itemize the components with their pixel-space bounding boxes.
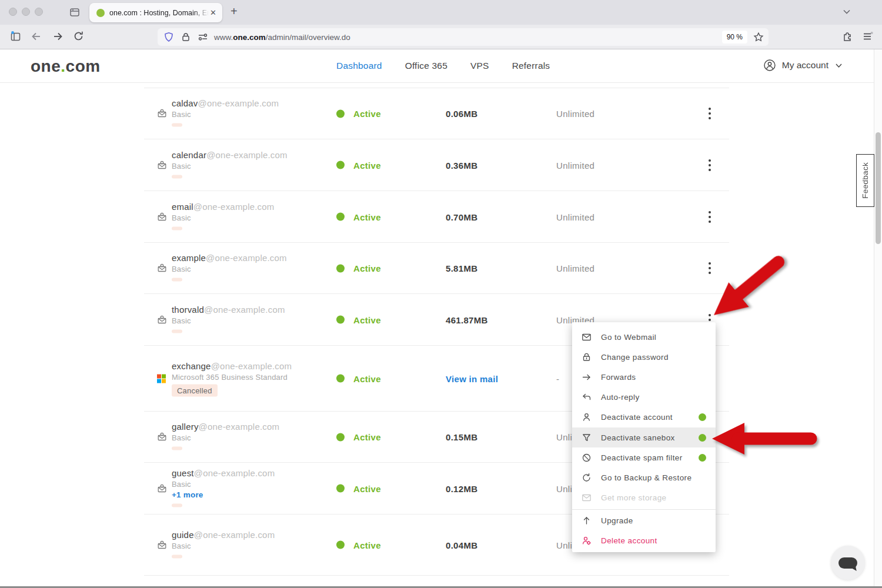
- scrollbar-thumb[interactable]: [876, 132, 881, 244]
- account-plan: Basic: [172, 541, 275, 550]
- menu-item-forwards[interactable]: Forwards: [572, 367, 716, 387]
- usage-size: 0.15MB: [446, 432, 477, 442]
- menu-item-deactivate-spam-filter[interactable]: Deactivate spam filter: [572, 447, 716, 467]
- cancelled-badge: [172, 554, 182, 558]
- account-plan: Basic: [172, 110, 279, 119]
- reload-button[interactable]: [73, 31, 84, 42]
- account-name: email: [172, 201, 193, 211]
- account-plan: Basic: [172, 479, 275, 488]
- browser-tab[interactable]: one.com : Hosting, Domain, Ema ✕: [89, 3, 222, 22]
- account-plan: Basic: [172, 265, 287, 273]
- browser-tab-bar: one.com : Hosting, Domain, Ema ✕ +: [0, 0, 882, 25]
- browser-chrome: one.com : Hosting, Domain, Ema ✕ +: [0, 0, 882, 49]
- nav-item-referrals[interactable]: Referrals: [512, 61, 550, 71]
- feedback-tab[interactable]: Feedback: [856, 154, 874, 207]
- nav-item-vps[interactable]: VPS: [470, 61, 489, 71]
- cancelled-badge: [172, 278, 182, 282]
- menu-item-change-password[interactable]: Change password: [572, 347, 716, 367]
- account-name: thorvald: [172, 304, 204, 314]
- account-cell: example@one-example.com Basic: [172, 253, 287, 284]
- app-menu-icon[interactable]: [862, 31, 874, 42]
- window-zoom-button[interactable]: [35, 8, 43, 16]
- extensions-puzzle-icon[interactable]: [842, 31, 853, 42]
- menu-item-upgrade[interactable]: Upgrade: [572, 511, 716, 531]
- account-plan: Basic: [172, 213, 275, 222]
- reply-icon: [582, 392, 592, 402]
- more-link[interactable]: +1 more: [172, 490, 275, 499]
- account-name: example: [172, 253, 206, 263]
- one-com-logo[interactable]: one.com: [31, 57, 101, 76]
- menu-item-go-to-backup-restore[interactable]: Go to Backup & Restore: [572, 467, 716, 487]
- scrollbar-track[interactable]: [874, 49, 882, 588]
- status-cell: Active: [336, 432, 381, 442]
- usage-size: 0.06MB: [446, 109, 477, 119]
- menu-item-go-to-webmail[interactable]: Go to Webmail: [572, 327, 716, 347]
- account-domain: @one-example.com: [198, 98, 279, 108]
- menu-item-auto-reply[interactable]: Auto-reply: [572, 387, 716, 407]
- window-close-button[interactable]: [9, 8, 17, 16]
- mailbox-icon: [157, 263, 167, 273]
- usage-size: 0.36MB: [446, 160, 477, 170]
- browser-toolbar: www.one.com/admin/mail/overview.do 90 %: [0, 25, 882, 49]
- tabs-dropdown-icon[interactable]: [842, 7, 851, 16]
- shield-icon[interactable]: [163, 32, 174, 42]
- menu-item-delete-account[interactable]: Delete account: [572, 531, 716, 551]
- quota-value: Unlimited: [556, 160, 594, 170]
- my-account-button[interactable]: My account: [763, 59, 843, 72]
- row-menu-button[interactable]: [706, 261, 714, 275]
- status-cell: Active: [336, 483, 381, 493]
- new-tab-button[interactable]: +: [230, 5, 238, 18]
- tab-manager-icon[interactable]: [69, 6, 81, 18]
- firefox-view-icon[interactable]: [9, 31, 22, 43]
- status-cell: Active: [336, 373, 381, 383]
- tab-close-icon[interactable]: ✕: [209, 8, 218, 17]
- account-name: guide: [172, 529, 194, 539]
- url-bar[interactable]: www.one.com/admin/mail/overview.do 90 %: [158, 28, 769, 46]
- tab-title: one.com : Hosting, Domain, Ema: [109, 9, 209, 17]
- usage-size: 0.12MB: [446, 483, 477, 493]
- nav-item-office-365[interactable]: Office 365: [405, 61, 447, 71]
- row-menu-button[interactable]: [706, 158, 714, 172]
- permissions-icon[interactable]: [198, 32, 208, 42]
- status-label: Active: [353, 212, 381, 222]
- zoom-level-badge[interactable]: 90 %: [722, 31, 747, 44]
- row-menu-button[interactable]: [706, 106, 714, 121]
- chat-widget-button[interactable]: [831, 546, 865, 580]
- account-cell: caldav@one-example.com Basic: [172, 98, 279, 129]
- row-menu-button[interactable]: [706, 210, 714, 224]
- microsoft-365-icon: [157, 374, 166, 383]
- view-in-mail-link[interactable]: View in mail: [446, 373, 498, 383]
- menu-item-label: Delete account: [601, 536, 657, 545]
- menu-item-deactivate-sanebox[interactable]: Deactivate sanebox: [572, 427, 716, 447]
- menu-item-deactivate-account[interactable]: Deactivate account: [572, 407, 716, 427]
- menu-item-label: Deactivate spam filter: [601, 453, 683, 462]
- mailbox-icon: [157, 109, 167, 119]
- forward-button[interactable]: [52, 31, 64, 42]
- status-label: Active: [353, 373, 381, 383]
- back-button[interactable]: [31, 31, 42, 42]
- nav-item-dashboard[interactable]: Dashboard: [336, 61, 382, 71]
- window-minimize-button[interactable]: [22, 8, 30, 16]
- status-label: Active: [353, 263, 381, 273]
- funnel-icon: [582, 433, 592, 443]
- mail-icon: [582, 332, 592, 342]
- site-header: one.com DashboardOffice 365VPSReferrals …: [0, 49, 882, 83]
- menu-item-get-more-storage: Get more storage: [572, 488, 716, 508]
- status-dot-icon: [336, 541, 345, 549]
- lock-icon: [582, 352, 592, 362]
- cancelled-badge: [172, 175, 182, 178]
- feature-active-dot: [699, 434, 706, 442]
- lock-icon[interactable]: [181, 32, 191, 42]
- menu-item-label: Upgrade: [601, 516, 633, 525]
- account-domain: @one-example.com: [193, 201, 275, 211]
- feature-active-dot: [699, 413, 706, 421]
- account-domain: @one-example.com: [206, 253, 287, 263]
- account-domain: @one-example.com: [199, 422, 280, 432]
- account-name: guest: [172, 467, 194, 477]
- status-label: Active: [353, 540, 381, 550]
- table-row-calendar: calendar@one-example.com Basic Active 0.…: [144, 139, 729, 191]
- account-cell: guide@one-example.com Basic: [172, 529, 275, 560]
- status-cell: Active: [336, 212, 381, 222]
- bookmark-star-icon[interactable]: [753, 32, 764, 42]
- account-plan: Basic: [172, 316, 285, 325]
